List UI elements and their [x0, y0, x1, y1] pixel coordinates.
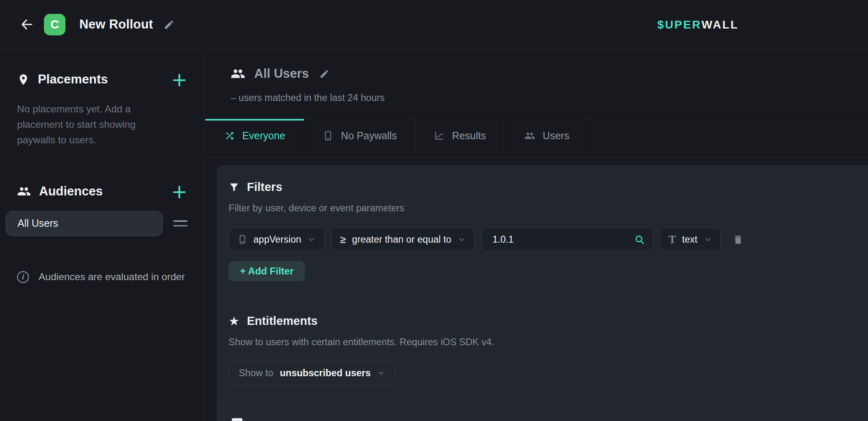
entitlements-title: Entitlements — [247, 314, 318, 328]
add-placement-button[interactable]: + — [171, 71, 188, 88]
placements-header: Placements + — [17, 71, 188, 88]
show-to-dropdown[interactable]: Show to unsubscribed users — [229, 361, 395, 385]
tab-everyone[interactable]: Everyone — [205, 119, 304, 152]
audience-subtitle: – users matched in the last 24 hours — [231, 92, 385, 103]
tab-bar: Everyone No Paywalls Results Users — [205, 119, 868, 153]
shuffle-icon — [224, 130, 235, 141]
search-icon — [634, 234, 645, 245]
logo-primary: $UPER — [657, 18, 701, 31]
next-section-icon-fragment — [232, 418, 242, 421]
audience-item-label: All Users — [17, 217, 58, 229]
add-filter-button[interactable]: + Add Filter — [229, 261, 305, 281]
show-to-value: unsubscribed users — [280, 368, 371, 379]
entitlements-heading: ★ Entitlements — [229, 314, 868, 328]
tab-label: Results — [452, 130, 486, 142]
chart-icon — [434, 130, 445, 141]
tab-bar-filler — [590, 119, 868, 152]
text-type-icon: T — [669, 234, 676, 245]
tab-label: No Paywalls — [341, 130, 397, 142]
funnel-icon — [229, 182, 240, 193]
filter-type-value: text — [682, 234, 698, 245]
add-audience-button[interactable]: + — [171, 183, 188, 200]
show-to-label: Show to — [239, 368, 273, 379]
audience-list-row: All Users — [6, 211, 188, 236]
filter-value-field[interactable] — [482, 228, 653, 251]
chevron-down-icon — [308, 235, 316, 243]
tab-label: Everyone — [242, 130, 286, 142]
filter-field-value: appVersion — [253, 234, 301, 245]
edit-audience-pencil-icon[interactable] — [319, 69, 329, 79]
filter-field-dropdown[interactable]: appVersion — [229, 228, 325, 251]
placements-title: Placements — [38, 72, 108, 87]
filter-operator-value: greater than or equal to — [352, 234, 451, 245]
users-icon — [524, 130, 535, 141]
app-icon: C — [44, 14, 65, 35]
gte-icon: ≥ — [340, 234, 346, 246]
pin-icon — [17, 73, 30, 86]
app-initial: C — [50, 18, 59, 31]
audiences-header: Audiences + — [17, 183, 188, 200]
superwall-rollout-screen: C New Rollout $UPERWALL Placements + No … — [0, 0, 868, 421]
sidebar: Placements + No placements yet. Add a pl… — [0, 49, 205, 421]
trash-icon — [733, 234, 744, 245]
placements-empty-text: No placements yet. Add a placement to st… — [17, 101, 151, 148]
page-title: New Rollout — [79, 17, 153, 32]
entitlements-subtitle: Show to users with certain entitlements.… — [229, 337, 868, 348]
audience-config-panel: Filters Filter by user, device or event … — [217, 165, 868, 421]
filters-section: Filters Filter by user, device or event … — [217, 166, 868, 281]
sidebar-item-all-users[interactable]: All Users — [6, 211, 163, 236]
chevron-down-icon — [377, 369, 385, 377]
star-icon: ★ — [229, 315, 240, 327]
filter-value-input[interactable] — [492, 234, 628, 246]
back-button[interactable] — [18, 15, 36, 33]
filters-heading: Filters — [229, 180, 868, 194]
tab-no-paywalls[interactable]: No Paywalls — [304, 119, 416, 152]
top-bar: C New Rollout $UPERWALL — [0, 0, 868, 49]
order-note-text: Audiences are evaluated in order — [39, 271, 185, 283]
filter-operator-dropdown[interactable]: ≥ greater than or equal to — [331, 228, 475, 251]
superwall-logo: $UPERWALL — [657, 0, 739, 49]
tab-users[interactable]: Users — [504, 119, 590, 152]
filter-type-dropdown[interactable]: T text — [660, 228, 721, 251]
audiences-title: Audiences — [39, 184, 103, 199]
edit-title-pencil-icon[interactable] — [164, 19, 174, 30]
info-icon: i — [17, 271, 29, 283]
users-icon — [17, 184, 31, 198]
phone-icon — [323, 130, 334, 141]
tab-label: Users — [543, 130, 569, 142]
next-section-strip — [217, 400, 868, 421]
arrow-left-icon — [20, 18, 34, 31]
entitlements-section: ★ Entitlements Show to users with certai… — [217, 300, 868, 385]
filter-row: appVersion ≥ greater than or equal to T — [229, 228, 868, 251]
chevron-down-icon — [458, 235, 466, 243]
filters-title: Filters — [247, 180, 282, 194]
users-icon — [231, 66, 245, 81]
phone-icon — [238, 235, 247, 244]
chevron-down-icon — [704, 235, 712, 243]
audience-order-note: i Audiences are evaluated in order — [17, 271, 188, 283]
logo-secondary: WALL — [702, 18, 739, 31]
drag-handle[interactable] — [173, 220, 188, 226]
audience-detail-header: All Users — [231, 66, 329, 81]
audience-title: All Users — [254, 66, 309, 81]
filters-subtitle: Filter by user, device or event paramete… — [229, 203, 868, 214]
tab-results[interactable]: Results — [416, 119, 504, 152]
main-content: All Users – users matched in the last 24… — [205, 49, 868, 421]
delete-filter-button[interactable] — [733, 234, 744, 245]
